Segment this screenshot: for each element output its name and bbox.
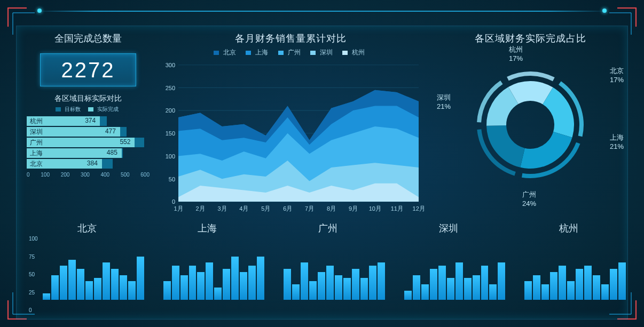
svg-text:9月: 9月 bbox=[349, 205, 358, 212]
mini-bar bbox=[610, 269, 617, 300]
mini-bar bbox=[180, 275, 188, 300]
svg-text:250: 250 bbox=[166, 84, 175, 91]
circuit-dot-icon bbox=[602, 9, 607, 13]
mini-bar bbox=[360, 278, 368, 300]
donut-panel: 各区域财务实际完成占比 杭州17% 北京17% 上海21% 广州24% 深圳21… bbox=[431, 32, 629, 219]
mini-bar bbox=[533, 275, 540, 300]
mini-bar bbox=[51, 275, 59, 300]
mini-bar bbox=[335, 275, 342, 300]
hbar-row: 杭州374 bbox=[27, 116, 150, 126]
mini-bar bbox=[77, 269, 84, 300]
mini-bar bbox=[214, 288, 222, 300]
slice-label: 上海21% bbox=[610, 133, 624, 150]
hbar-plot: 杭州374深圳477广州552上海485北京384 bbox=[27, 115, 150, 170]
mini-bar bbox=[464, 278, 472, 300]
mini-bar bbox=[489, 284, 497, 300]
mini-bar bbox=[455, 262, 463, 300]
kpi-title: 全国完成总数量 bbox=[27, 32, 150, 45]
mini-title: 深圳 bbox=[388, 222, 509, 235]
mini-bar bbox=[128, 281, 136, 300]
mini-bar bbox=[137, 257, 144, 300]
svg-text:7月: 7月 bbox=[305, 205, 314, 212]
donut-title: 各区域财务实际完成占比 bbox=[475, 32, 586, 45]
mini-bar bbox=[343, 278, 351, 300]
mini-bar bbox=[550, 272, 557, 300]
svg-text:1月: 1月 bbox=[174, 205, 183, 212]
svg-text:5月: 5月 bbox=[261, 205, 270, 212]
mini-bar bbox=[318, 272, 325, 300]
mini-bar bbox=[197, 272, 205, 300]
mini-bar bbox=[43, 293, 50, 300]
hbar-row: 深圳477 bbox=[27, 127, 150, 137]
mini-bar bbox=[301, 262, 308, 300]
mini-bar bbox=[292, 284, 300, 300]
mini-bar bbox=[421, 284, 429, 300]
hbar-row: 北京384 bbox=[27, 159, 150, 169]
hbar-row: 上海485 bbox=[27, 148, 150, 158]
mini-bar bbox=[541, 284, 549, 300]
svg-text:10月: 10月 bbox=[369, 205, 381, 212]
slice-label: 广州24% bbox=[522, 190, 536, 208]
mini-bar bbox=[60, 266, 67, 300]
mini-bar bbox=[473, 275, 480, 300]
mini-title: 广州 bbox=[268, 222, 388, 235]
mini-bar bbox=[576, 269, 583, 300]
mini-bar bbox=[206, 262, 213, 300]
mini-bar bbox=[257, 257, 264, 300]
hbar-legend: 目标数 实际完成 bbox=[27, 106, 150, 113]
hbar-x-axis: 0100200300400500600 bbox=[27, 172, 150, 178]
mini-chart: 深圳 bbox=[388, 222, 509, 307]
mini-chart: 北京1007550250 bbox=[27, 222, 147, 307]
mini-bar bbox=[111, 269, 119, 300]
area-chart: 0501001502002503001月2月3月4月5月6月7月8月9月10月1… bbox=[157, 59, 424, 219]
mini-bar bbox=[94, 278, 101, 300]
mini-bar bbox=[567, 281, 575, 300]
mini-chart: 杭州 bbox=[508, 222, 629, 307]
slice-label: 深圳21% bbox=[437, 93, 451, 110]
svg-text:200: 200 bbox=[166, 107, 175, 114]
mini-charts-row: 北京1007550250上海广州深圳杭州 bbox=[27, 222, 629, 307]
mini-bar bbox=[85, 281, 93, 300]
svg-text:4月: 4月 bbox=[239, 205, 248, 212]
area-title: 各月财务销售量累计对比 bbox=[157, 32, 424, 45]
kpi-value: 2272 bbox=[40, 53, 136, 86]
mini-bar bbox=[404, 291, 412, 300]
mini-bar bbox=[430, 269, 437, 300]
mini-bar bbox=[309, 281, 317, 300]
area-panel: 各月财务销售量累计对比 北京 上海 广州 深圳 杭州 0501001502002… bbox=[157, 32, 424, 219]
mini-bar bbox=[120, 275, 127, 300]
mini-title: 北京 bbox=[27, 222, 147, 235]
hbar-row: 广州552 bbox=[27, 138, 150, 147]
svg-text:6月: 6月 bbox=[283, 205, 292, 212]
mini-bar bbox=[601, 284, 609, 300]
mini-title: 上海 bbox=[147, 222, 268, 235]
mini-bar bbox=[231, 257, 239, 300]
svg-text:300: 300 bbox=[166, 62, 175, 68]
mini-bar bbox=[248, 266, 256, 300]
svg-text:11月: 11月 bbox=[391, 205, 403, 212]
mini-bar bbox=[413, 275, 420, 300]
hbar-title: 各区域目标实际对比 bbox=[27, 94, 150, 103]
svg-text:2月: 2月 bbox=[196, 205, 205, 212]
mini-bar bbox=[369, 266, 376, 300]
mini-title: 杭州 bbox=[508, 222, 629, 235]
svg-text:3月: 3月 bbox=[217, 205, 226, 212]
svg-text:50: 50 bbox=[169, 176, 175, 182]
svg-text:150: 150 bbox=[166, 130, 175, 137]
mini-bar bbox=[618, 262, 626, 300]
mini-bar bbox=[240, 272, 247, 300]
mini-bar bbox=[189, 266, 197, 300]
svg-text:12月: 12月 bbox=[413, 205, 424, 212]
svg-text:0: 0 bbox=[172, 198, 175, 205]
mini-bar bbox=[326, 266, 334, 300]
mini-bar bbox=[172, 266, 179, 300]
mini-bar bbox=[163, 281, 171, 300]
donut-chart bbox=[469, 63, 592, 186]
mini-bar bbox=[447, 278, 454, 300]
mini-bar bbox=[103, 262, 110, 300]
mini-bar bbox=[524, 281, 532, 300]
mini-chart: 上海 bbox=[147, 222, 268, 307]
slice-label: 杭州17% bbox=[509, 45, 523, 62]
slice-label: 北京17% bbox=[610, 66, 624, 84]
mini-bar bbox=[498, 262, 505, 300]
